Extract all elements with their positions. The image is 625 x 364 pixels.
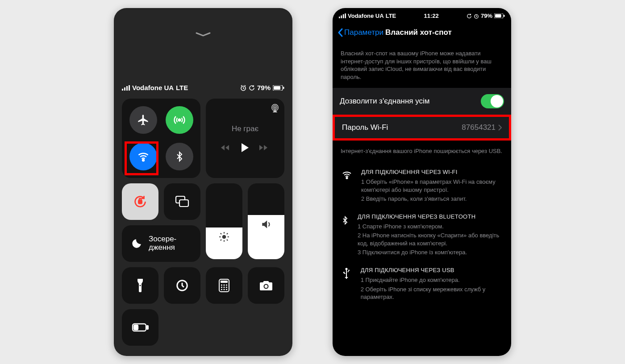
flashlight-icon [136,278,145,293]
network-label: LTE [386,12,396,19]
svg-point-11 [273,106,277,110]
calculator-icon [219,279,229,292]
svg-point-23 [223,284,225,285]
timer-tile[interactable] [164,267,200,304]
battery-icon [273,85,284,91]
svg-rect-34 [134,325,138,330]
usb-icon [342,268,351,281]
usb-inst-line: 2 Оберіть iPhone зі списку мережевих слу… [361,285,503,301]
next-icon [259,144,269,151]
media-tile[interactable]: Не грає [206,99,284,178]
svg-point-28 [221,289,222,290]
wifi-password-value: 87654321 [462,123,496,132]
low-power-tile[interactable] [122,309,158,346]
airplane-mode-button[interactable] [129,106,157,134]
moon-icon [131,238,142,249]
timer-icon [175,279,189,292]
screen-mirroring-icon [175,195,190,208]
flashlight-tile[interactable] [122,267,158,304]
hotspot-settings-screenshot: Vodafone UA LTE 11:22 79% Параметри Влас… [333,8,511,356]
network-label: LTE [176,84,188,91]
brightness-icon [218,231,230,243]
wifi-inst-line: 2 Введіть пароль, коли з'явиться запит. [361,195,503,203]
chevron-left-icon [337,28,343,37]
svg-rect-1 [124,87,125,91]
svg-point-16 [222,235,226,239]
svg-rect-7 [283,87,284,89]
allow-others-row[interactable]: Дозволити з'єднання усім [333,88,511,115]
screen-mirroring-tile[interactable] [164,183,200,220]
svg-point-22 [221,284,222,285]
allow-others-label: Дозволити з'єднання усім [340,97,430,106]
bt-inst-line: 2 На iPhone натисніть кнопку «Спарити» а… [358,232,503,247]
wifi-password-label: Пароль Wi-Fi [342,123,388,132]
focus-tile[interactable]: Зосере- дження [122,225,200,262]
control-center-screenshot: Vodafone UA LTE 79% [114,8,292,356]
bluetooth-icon [341,214,350,227]
battery-pct: 79% [481,12,492,19]
camera-tile[interactable] [248,267,284,304]
airplay-icon [270,103,280,113]
rotation-lock-icon [133,194,148,209]
svg-rect-38 [343,14,344,18]
svg-rect-0 [122,89,123,91]
volume-icon [260,219,272,230]
svg-point-32 [265,285,268,288]
battery-low-icon [132,323,149,332]
svg-rect-17 [138,279,143,281]
allow-others-toggle[interactable] [481,94,504,108]
prev-track-button[interactable] [221,144,231,151]
svg-rect-15 [179,200,188,207]
wifi-inst-line: 1 Оберіть «iPhone» в параметрах Wi-Fi на… [361,178,503,194]
play-button[interactable] [242,143,249,152]
wifi-password-row[interactable]: Пароль Wi-Fi 87654321 [335,117,509,138]
cellular-data-button[interactable] [166,106,193,134]
wifi-highlight-box [125,141,158,175]
wifi-inst-heading: ДЛЯ ПІДКЛЮЧЕННЯ ЧЕРЕЗ WI-FI [361,169,503,175]
status-bar: Vodafone UA LTE 79% [122,8,284,99]
back-button[interactable]: Параметри [337,28,383,37]
calculator-tile[interactable] [206,267,242,304]
rotation-lock-tile[interactable] [122,183,158,220]
svg-point-12 [274,107,276,108]
svg-point-44 [346,178,347,179]
camera-icon [259,280,273,291]
battery-icon [494,13,505,18]
wifi-instructions: ДЛЯ ПІДКЛЮЧЕННЯ ЧЕРЕЗ WI-FI 1 Оберіть «i… [333,164,511,209]
svg-rect-36 [339,17,340,18]
status-bar: Vodafone UA LTE 11:22 79% [333,8,511,19]
bt-inst-line: 3 Підключитися до iPhone із комп'ютера. [358,248,503,256]
brightness-slider[interactable] [206,183,242,259]
wifi-icon [341,170,353,180]
focus-label: Зосере- дження [149,235,176,252]
battery-pct: 79% [257,84,271,91]
connectivity-tile[interactable] [122,99,200,178]
bluetooth-icon [174,151,185,162]
prev-icon [221,144,231,151]
alarm-icon [240,85,246,91]
grabber-icon [196,32,211,37]
svg-point-27 [226,286,227,288]
svg-rect-35 [147,326,148,329]
svg-point-8 [178,119,180,121]
svg-point-24 [226,284,227,285]
page-title: Власний хот-спот [385,28,452,37]
svg-point-18 [140,285,141,286]
signal-icon [122,85,130,91]
airplay-button[interactable] [270,103,280,113]
bluetooth-button[interactable] [166,143,193,170]
hotspot-description: Власний хот-спот на вашому iPhone може н… [333,42,511,85]
svg-rect-6 [274,86,280,90]
play-icon [242,143,249,152]
airplane-icon [137,114,150,126]
svg-point-45 [346,268,348,270]
next-track-button[interactable] [259,144,269,151]
usb-note: Інтернет-з'єднання вашого iPhone поширює… [333,143,511,164]
bt-inst-line: 1 Спарте iPhone з комп'ютером. [358,223,503,231]
svg-rect-48 [343,272,345,273]
svg-point-30 [226,289,227,290]
volume-slider[interactable] [248,183,284,259]
svg-point-26 [223,286,225,288]
back-label: Параметри [344,28,383,37]
svg-rect-3 [129,85,130,91]
